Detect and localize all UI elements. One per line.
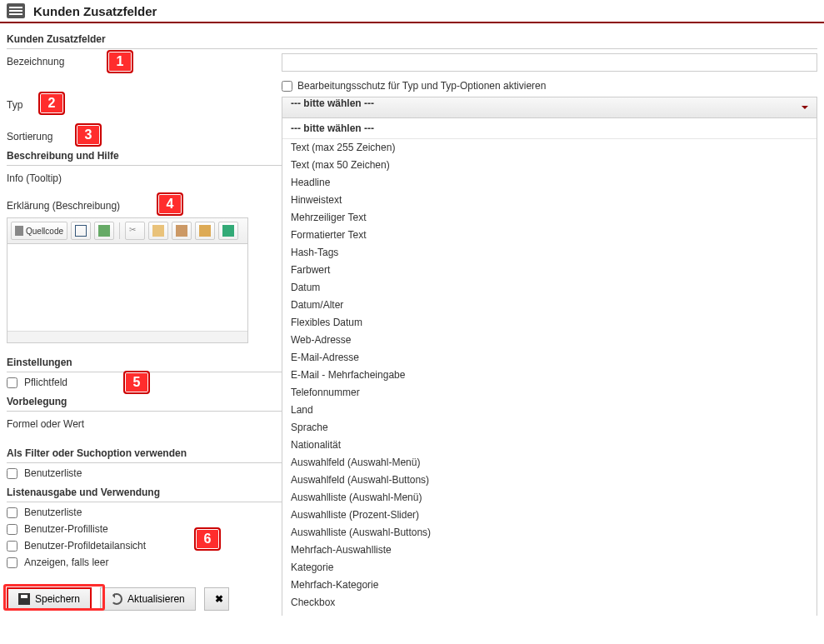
richtext-editor: Quellcode ✂: [7, 217, 248, 343]
protect-label: Bearbeitungsschutz für Typ und Typ-Optio…: [297, 80, 546, 92]
typ-option[interactable]: Hash-Tags: [282, 244, 817, 262]
label-sortierung: Sortierung: [7, 131, 52, 142]
label-pflichtfeld: Pflichtfeld: [24, 377, 67, 388]
source-icon: [15, 226, 23, 236]
typ-option[interactable]: Flexibles Datum: [282, 314, 817, 332]
editor-body[interactable]: [7, 244, 247, 331]
typ-option[interactable]: Checkbox: [282, 594, 817, 612]
typ-option[interactable]: Hinweistext: [282, 192, 817, 209]
label-bezeichnung: Bezeichnung: [7, 56, 64, 67]
copy-icon: [152, 225, 164, 237]
typ-option[interactable]: Mehrfach-Auswahlliste: [282, 542, 817, 559]
label-filter-benutzerliste: Benutzerliste: [24, 467, 82, 479]
page-title: Kunden Zusatzfelder: [33, 4, 157, 18]
refresh-icon: [111, 593, 122, 605]
typ-option[interactable]: Zahl (bis 9-stellig): [282, 612, 817, 616]
toolbar-separator: [119, 222, 120, 239]
typ-option[interactable]: Sprache: [282, 419, 817, 437]
cancel-label: A: [228, 593, 229, 605]
out-profildetail-checkbox[interactable]: [7, 541, 17, 552]
editor-source-button[interactable]: Quellcode: [11, 222, 67, 240]
refresh-label: Aktualisieren: [127, 593, 185, 605]
label-erklaerung: Erklärung (Beschreibung): [7, 200, 120, 212]
module-icon: [7, 3, 25, 18]
editor-toolbar: Quellcode ✂: [7, 218, 247, 244]
typ-option[interactable]: Mehrfach-Kategorie: [282, 577, 817, 594]
pflichtfeld-checkbox[interactable]: [7, 377, 17, 388]
typ-option[interactable]: Auswahlfeld (Auswahl-Buttons): [282, 472, 817, 489]
label-tooltip: Info (Tooltip): [7, 172, 62, 184]
editor-footer: [7, 331, 247, 342]
out-anzeigen-leer-checkbox[interactable]: [7, 557, 17, 568]
section-subtitle: Kunden Zusatzfelder: [7, 28, 817, 49]
editor-source-label: Quellcode: [26, 227, 63, 236]
row-bezeichnung: Bezeichnung 1: [7, 51, 817, 74]
typ-option[interactable]: Web-Adresse: [282, 332, 817, 349]
typ-option[interactable]: Auswahlliste (Auswahl-Buttons): [282, 524, 817, 542]
save-button[interactable]: Speichern: [7, 587, 92, 611]
content: Kunden Zusatzfelder Bezeichnung 1 Bearbe…: [0, 23, 824, 616]
editor-paste-button[interactable]: [172, 222, 192, 240]
save-icon: [18, 593, 30, 605]
refresh-button[interactable]: Aktualisieren: [100, 587, 196, 611]
typ-option[interactable]: Auswahlfeld (Auswahl-Menü): [282, 454, 817, 472]
annotation-marker-1: 1: [107, 50, 133, 73]
row-protect: Bearbeitungsschutz für Typ und Typ-Optio…: [7, 74, 817, 94]
typ-option[interactable]: Mehrzeiliger Text: [282, 209, 817, 227]
typ-option[interactable]: Land: [282, 402, 817, 419]
editor-copy-button[interactable]: [148, 222, 168, 240]
typ-option[interactable]: Kategorie: [282, 559, 817, 577]
maximize-icon: [75, 225, 87, 237]
typ-option[interactable]: Text (max 50 Zeichen): [282, 157, 817, 174]
annotation-marker-6: 6: [194, 527, 221, 551]
annotation-marker-5: 5: [123, 371, 150, 394]
typ-dropdown-value: --- bitte wählen ---: [291, 97, 374, 109]
typ-option[interactable]: Nationalität: [282, 437, 817, 454]
typ-option[interactable]: E-Mail - Mehrfacheingabe: [282, 367, 817, 384]
typ-option[interactable]: Telefonnummer: [282, 384, 817, 402]
out-benutzerliste-checkbox[interactable]: [7, 507, 17, 518]
out-profilliste-checkbox[interactable]: [7, 524, 17, 535]
typ-option[interactable]: Farbwert: [282, 262, 817, 279]
typ-option[interactable]: Datum: [282, 279, 817, 297]
bezeichnung-input[interactable]: [282, 53, 817, 72]
editor-pasteword-button[interactable]: [218, 222, 238, 240]
typ-option[interactable]: Text (max 255 Zeichen): [282, 139, 817, 157]
editor-templates-button[interactable]: [94, 222, 114, 240]
templates-icon: [98, 225, 110, 237]
typ-option[interactable]: Headline: [282, 174, 817, 192]
typ-option[interactable]: Formatierter Text: [282, 227, 817, 244]
label-typ: Typ: [7, 99, 22, 111]
label-out-anzeigen-leer: Anzeigen, falls leer: [24, 557, 108, 568]
editor-maximize-button[interactable]: [71, 222, 91, 240]
filter-benutzerliste-checkbox[interactable]: [7, 468, 17, 479]
annotation-marker-3: 3: [75, 123, 102, 147]
label-out-profilliste: Benutzer-Profilliste: [24, 523, 108, 535]
save-label: Speichern: [35, 593, 80, 605]
annotation-marker-2: 2: [38, 92, 65, 115]
typ-option[interactable]: Auswahlliste (Auswahl-Menü): [282, 489, 817, 507]
close-icon: ✖: [215, 593, 223, 605]
cut-icon: ✂: [129, 225, 141, 237]
protect-checkbox[interactable]: [282, 81, 292, 92]
pastetext-icon: [199, 225, 211, 237]
editor-cut-button[interactable]: ✂: [125, 222, 145, 240]
paste-icon: [176, 225, 187, 237]
pasteword-icon: [222, 225, 234, 237]
cancel-button[interactable]: ✖ A: [204, 587, 229, 611]
editor-pastetext-button[interactable]: [195, 222, 215, 240]
label-formel: Formel oder Wert: [7, 418, 84, 430]
annotation-marker-4: 4: [157, 192, 183, 216]
protect-checkbox-wrap[interactable]: Bearbeitungsschutz für Typ und Typ-Optio…: [282, 77, 817, 92]
typ-dropdown[interactable]: --- bitte wählen ---: [282, 97, 817, 118]
label-out-benutzerliste: Benutzerliste: [24, 507, 82, 518]
typ-option[interactable]: E-Mail-Adresse: [282, 349, 817, 367]
typ-option-header[interactable]: --- bitte wählen ---: [282, 118, 817, 139]
typ-dropdown-panel: --- bitte wählen --- Text (max 255 Zeich…: [282, 118, 817, 616]
row-typ: Typ 2 --- bitte wählen --- --- bitte wäh…: [7, 94, 817, 121]
page-header: Kunden Zusatzfelder: [0, 0, 824, 23]
typ-option[interactable]: Auswahlliste (Prozent-Slider): [282, 507, 817, 524]
typ-option[interactable]: Datum/Alter: [282, 297, 817, 314]
label-out-profildetail: Benutzer-Profildetailansicht: [24, 540, 146, 552]
